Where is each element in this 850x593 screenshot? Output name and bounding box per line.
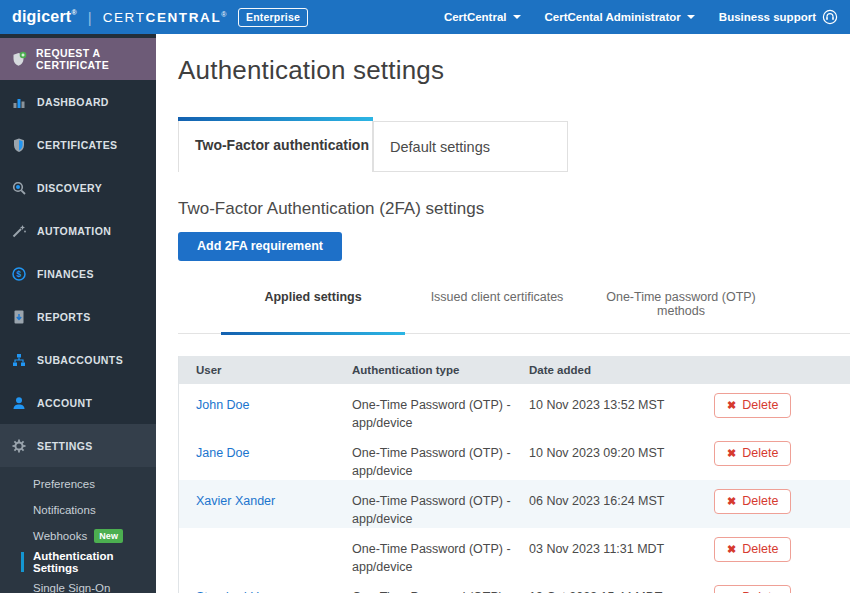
header-nav: CertCentral CertCental Administrator Bus… [444,9,838,25]
date-added-cell: 06 Nov 2023 16:24 MST [529,480,697,510]
sidebar-item-label: REQUEST A CERTIFICATE [36,47,156,71]
date-added-cell: 19 Oct 2023 15:44 MDT [529,576,697,593]
registered-mark: ® [71,9,76,16]
column-header-authentication-type: Authentication type [352,364,529,376]
x-icon: ✖ [727,544,736,555]
digicert-brand-text: digicert® [12,8,77,26]
sidebar-item-account[interactable]: ACCOUNT [0,381,156,424]
shield-icon [11,137,27,153]
submenu-item-webhooks[interactable]: Webhooks New [0,523,156,549]
sidebar-item-label: FINANCES [37,268,94,280]
submenu-item-single-sign-on[interactable]: Single Sign-On [0,575,156,593]
delete-button[interactable]: ✖Delete [714,585,791,593]
dollar-circle-icon: $ [11,266,27,282]
settings-submenu: Preferences Notifications Webhooks New A… [0,467,156,593]
date-added-cell: 03 Nov 2023 11:31 MDT [529,528,697,558]
delete-button[interactable]: ✖Delete [714,441,791,466]
delete-button[interactable]: ✖Delete [714,537,791,562]
authentication-type-cell: One-Time Password (OTP) -app/device [352,432,529,480]
sidebar-item-automation[interactable]: AUTOMATION [0,209,156,252]
section-heading-2fa-settings: Two-Factor Authentication (2FA) settings [178,199,850,219]
x-icon: ✖ [727,400,736,411]
column-header-user: User [179,364,352,376]
delete-button[interactable]: ✖Delete [714,489,791,514]
user-link[interactable]: Xavier Xander [196,494,275,508]
user-link[interactable]: John Doe [196,398,250,412]
sidebar-item-reports[interactable]: REPORTS [0,295,156,338]
subtab-otp-methods[interactable]: One-Time password (OTP) methods [589,290,773,333]
table-row: Xavier Xander One-Time Password (OTP) -a… [179,480,850,528]
sidebar-item-discovery[interactable]: DISCOVERY [0,166,156,209]
shield-plus-icon [11,51,27,67]
certcentral-menu[interactable]: CertCentral [444,11,521,23]
authentication-type-cell: One-Time Password (OTP) -app/device [352,384,529,432]
logo-divider: | [88,9,92,26]
chevron-down-icon [687,15,695,19]
tab-default-settings[interactable]: Default settings [373,121,568,172]
applied-settings-table: User Authentication type Date added John… [178,356,850,593]
sidebar-item-label: REPORTS [37,311,91,323]
business-support-link[interactable]: Business support [719,9,838,25]
x-icon: ✖ [727,496,736,507]
submenu-item-authentication-settings[interactable]: Authentication Settings [0,549,156,575]
sidebar-item-subaccounts[interactable]: SUBACCOUNTS [0,338,156,381]
wand-icon [11,223,27,239]
sidebar-item-label: SUBACCOUNTS [37,354,123,366]
sidebar-item-label: CERTIFICATES [37,139,117,151]
table-row: Jane Doe One-Time Password (OTP) -app/de… [179,432,850,480]
authentication-type-cell: One-Time Password (OTP) -app/device [352,576,529,593]
table-row: Standard User One-Time Password (OTP) -a… [179,576,850,593]
digicert-logo[interactable]: digicert® | CERTCENTRAL® Enterprise [12,8,308,27]
certcentral-page: digicert® | CERTCENTRAL® Enterprise Cert… [0,0,850,593]
sidebar: REQUEST A CERTIFICATE DASHBOARD CERTIFIC… [0,34,156,593]
magnifier-icon [11,180,27,196]
submenu-item-preferences[interactable]: Preferences [0,471,156,497]
subtab-issued-client-certificates[interactable]: Issued client certificates [405,290,589,333]
certcentral-product-text: CERTCENTRAL® [103,10,228,25]
delete-button[interactable]: ✖Delete [714,393,791,418]
authentication-type-cell: One-Time Password (OTP) -app/device [352,528,529,576]
table-row: John Doe One-Time Password (OTP) -app/de… [179,384,850,432]
sidebar-item-label: ACCOUNT [37,397,92,409]
sidebar-item-request-certificate[interactable]: REQUEST A CERTIFICATE [0,38,156,80]
sidebar-item-label: DISCOVERY [37,182,102,194]
page-title: Authentication settings [178,55,850,86]
enterprise-badge: Enterprise [238,8,308,27]
sidebar-item-label: SETTINGS [37,440,93,452]
sidebar-item-certificates[interactable]: CERTIFICATES [0,123,156,166]
authentication-type-cell: One-Time Password (OTP) -app/device [352,480,529,528]
person-icon [11,395,27,411]
org-chart-icon [11,352,27,368]
new-badge: New [94,529,123,543]
sidebar-item-finances[interactable]: $ FINANCES [0,252,156,295]
date-added-cell: 10 Nov 2023 13:52 MST [529,384,697,414]
administrator-menu[interactable]: CertCental Administrator [545,11,695,23]
report-icon [11,309,27,325]
registered-mark: ® [221,11,228,18]
support-agent-icon [822,9,838,25]
top-tabs: Two-Factor authentication Default settin… [178,117,850,172]
tab-two-factor-authentication[interactable]: Two-Factor authentication [178,117,373,172]
date-added-cell: 10 Nov 2023 09:20 MST [529,432,697,462]
user-link[interactable]: Jane Doe [196,446,250,460]
bar-chart-icon [11,94,27,110]
top-header-bar: digicert® | CERTCENTRAL® Enterprise Cert… [0,0,850,34]
sidebar-item-label: AUTOMATION [37,225,111,237]
subtabs: Applied settings Issued client certifica… [178,290,850,334]
table-header-row: User Authentication type Date added [179,356,850,384]
sidebar-item-settings[interactable]: SETTINGS [0,424,156,467]
x-icon: ✖ [727,448,736,459]
main-content: Authentication settings Two-Factor authe… [156,34,850,593]
column-header-date-added: Date added [529,364,697,376]
sidebar-item-label: DASHBOARD [37,96,109,108]
sidebar-item-dashboard[interactable]: DASHBOARD [0,80,156,123]
submenu-item-notifications[interactable]: Notifications [0,497,156,523]
add-2fa-requirement-button[interactable]: Add 2FA requirement [178,232,342,261]
subtab-applied-settings[interactable]: Applied settings [221,290,405,333]
gear-icon [11,438,27,454]
table-row: One-Time Password (OTP) -app/device 03 N… [179,528,850,576]
chevron-down-icon [513,15,521,19]
svg-text:$: $ [16,269,21,279]
